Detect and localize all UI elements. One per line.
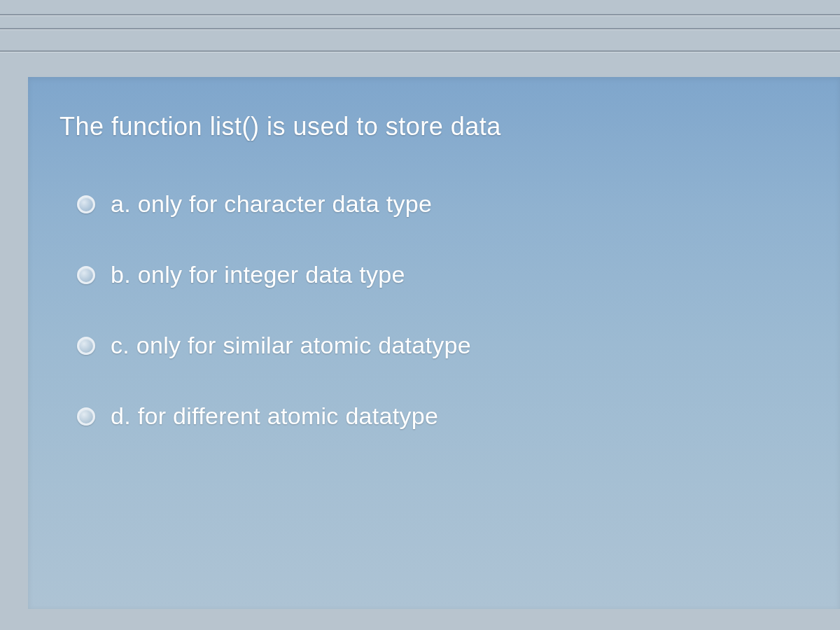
options-list: a. only for character data type b. only … [59,190,819,430]
option-label: a. only for character data type [111,190,432,218]
divider-line [0,50,840,52]
divider-line [0,28,840,29]
option-d[interactable]: d. for different atomic datatype [77,402,819,430]
radio-icon[interactable] [77,195,95,214]
option-a[interactable]: a. only for character data type [77,190,819,218]
divider-line [0,14,840,15]
option-label: c. only for similar atomic datatype [111,332,471,359]
option-label: d. for different atomic datatype [111,402,438,430]
option-label: b. only for integer data type [111,261,405,288]
question-card: The function list() is used to store dat… [28,77,840,609]
option-b[interactable]: b. only for integer data type [77,261,819,288]
radio-icon[interactable] [77,337,95,355]
option-c[interactable]: c. only for similar atomic datatype [77,332,819,359]
question-prompt: The function list() is used to store dat… [59,112,819,141]
radio-icon[interactable] [77,407,95,426]
top-divider-region [0,0,840,70]
radio-icon[interactable] [77,266,95,284]
